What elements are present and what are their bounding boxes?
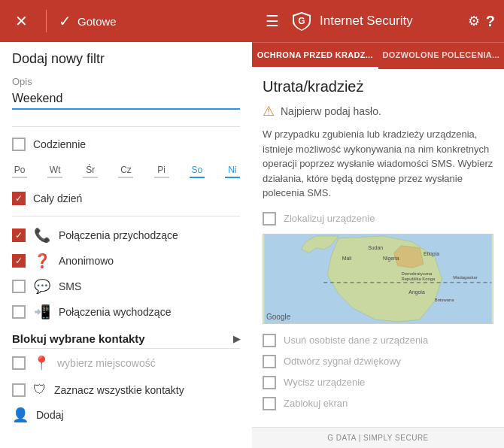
days-row: Po Wt Śr Cz Pi So bbox=[12, 159, 240, 184]
codziennie-row: Codziennie bbox=[12, 133, 240, 156]
option-wycisz: Wycisz urządzenie bbox=[263, 372, 493, 393]
anonimowo-checkbox[interactable] bbox=[12, 254, 26, 268]
odtworz-checkbox[interactable] bbox=[263, 355, 276, 368]
sms-icon: 💬 bbox=[33, 278, 51, 295]
footer-bar: G DATA | SIMPLY SECURE bbox=[252, 427, 504, 448]
check-button[interactable]: ✓ bbox=[59, 12, 71, 30]
opis-input[interactable] bbox=[12, 90, 240, 110]
codziennie-checkbox[interactable] bbox=[12, 138, 26, 151]
codziennie-label: Codziennie bbox=[33, 138, 86, 150]
zaznacz-checkbox[interactable] bbox=[12, 383, 26, 397]
day-line-sr bbox=[83, 177, 98, 178]
svg-text:Mali: Mali bbox=[342, 256, 352, 261]
dodaj-label[interactable]: Dodaj bbox=[36, 409, 64, 421]
description-text: W przypadku zgubienia lub kradzieży urzą… bbox=[263, 127, 493, 201]
zaznacz-label: Zaznacz wszystkie kontakty bbox=[54, 384, 184, 396]
day-label-wt: Wt bbox=[50, 165, 61, 175]
svg-text:Nigeria: Nigeria bbox=[383, 256, 399, 262]
day-label-po: Po bbox=[14, 165, 26, 175]
svg-text:Angola: Angola bbox=[408, 289, 425, 295]
zlokalizuj-checkbox[interactable] bbox=[263, 212, 276, 226]
svg-text:G: G bbox=[298, 16, 305, 26]
left-header: ✕ ✓ Gotowe bbox=[0, 0, 252, 42]
header-icons: ⚙ ? bbox=[468, 13, 495, 30]
svg-text:Etiopia: Etiopia bbox=[424, 250, 439, 256]
triangle-icon: ▶ bbox=[233, 334, 240, 344]
blokuj-section: Blokuj wybrane kontakty ▶ bbox=[12, 325, 240, 349]
blokuj-label: Blokuj wybrane kontakty bbox=[12, 332, 145, 345]
day-pi[interactable]: Pi bbox=[154, 165, 169, 178]
option-odtworz: Odtwórz sygnał dźwiękowy bbox=[263, 351, 493, 372]
svg-text:Sudan: Sudan bbox=[368, 244, 383, 250]
day-line-cz bbox=[118, 177, 133, 178]
polaczenia-wychodzace-label: Połączenia wychodzące bbox=[59, 306, 171, 318]
help-icon[interactable]: ? bbox=[486, 13, 495, 30]
polaczenia-przychodzace-checkbox[interactable] bbox=[12, 229, 26, 242]
svg-text:Botswana: Botswana bbox=[435, 297, 455, 301]
day-wt[interactable]: Wt bbox=[47, 165, 62, 178]
right-header: ☰ G Internet Security ⚙ ? bbox=[252, 0, 504, 42]
option-zlokalizuj: Zlokalizuj urządzenie bbox=[263, 208, 493, 229]
tab-ochrona[interactable]: OCHRONA PRZED KRADZ... bbox=[252, 43, 378, 69]
wybierz-miejscowosc-row[interactable]: 📍 wybierz miejscowość bbox=[12, 349, 240, 377]
phone-incoming-icon: 📞 bbox=[33, 227, 51, 244]
day-line-ni bbox=[225, 177, 240, 178]
day-sr[interactable]: Śr bbox=[83, 165, 98, 178]
hamburger-icon[interactable]: ☰ bbox=[261, 9, 284, 33]
wycisz-checkbox[interactable] bbox=[263, 376, 276, 389]
day-label-so: So bbox=[191, 165, 202, 175]
caly-dzien-row: Cały dzień bbox=[12, 187, 240, 210]
polaczenia-wychodzace-row: 📲 Połączenia wychodzące bbox=[12, 299, 240, 325]
shield-contact-icon: 🛡 bbox=[33, 382, 47, 398]
anonimowo-row: ❓ Anonimowo bbox=[12, 248, 240, 274]
separator-1 bbox=[12, 126, 240, 127]
day-so[interactable]: So bbox=[190, 165, 205, 178]
option-usun: Usuń osobiste dane z urządzenia bbox=[263, 330, 493, 351]
header-divider bbox=[46, 10, 47, 32]
equalizer-icon[interactable]: ⚙ bbox=[468, 13, 480, 29]
zaznacz-row: 🛡 Zaznacz wszystkie kontakty bbox=[12, 377, 240, 402]
day-ni[interactable]: Ni bbox=[225, 165, 240, 178]
right-content: Utrata/kradzież ⚠ Najpierw podaj hasło. … bbox=[252, 69, 504, 427]
day-cz[interactable]: Cz bbox=[118, 165, 133, 178]
tab-dozwolone[interactable]: DOZWOLONE POLECENIA... bbox=[378, 43, 505, 69]
map-container: Sudan Demokratyczna Republika Konga Mali… bbox=[263, 234, 493, 324]
option-zablokuj: Zablokuj ekran bbox=[263, 393, 493, 414]
left-panel: ✕ ✓ Gotowe Dodaj nowy filtr Opis Codzien… bbox=[0, 0, 252, 448]
miejscowosc-checkbox[interactable] bbox=[12, 356, 26, 370]
day-po[interactable]: Po bbox=[12, 165, 27, 178]
day-label-cz: Cz bbox=[120, 165, 132, 175]
left-content: Dodaj nowy filtr Opis Codziennie Po Wt Ś… bbox=[0, 42, 252, 448]
sms-label: SMS bbox=[59, 280, 81, 292]
zablokuj-label: Zablokuj ekran bbox=[284, 398, 348, 409]
polaczenia-wychodzace-checkbox[interactable] bbox=[12, 305, 26, 319]
day-line-wt bbox=[47, 177, 62, 178]
day-line-pi bbox=[154, 177, 169, 178]
warning-row: ⚠ Najpierw podaj hasło. bbox=[263, 103, 493, 120]
phone-outgoing-icon: 📲 bbox=[33, 304, 51, 320]
tabs-bar: OCHRONA PRZED KRADZ... DOZWOLONE POLECEN… bbox=[252, 42, 504, 69]
svg-text:Republika Konga: Republika Konga bbox=[401, 276, 436, 280]
usun-label: Usuń osobiste dane z urządzenia bbox=[284, 334, 428, 346]
opis-label: Opis bbox=[12, 76, 240, 87]
warning-icon: ⚠ bbox=[263, 103, 275, 120]
right-panel: ☰ G Internet Security ⚙ ? OCHRONA PRZED … bbox=[252, 0, 504, 448]
anonimowo-label: Anonimowo bbox=[59, 255, 114, 267]
zablokuj-checkbox[interactable] bbox=[263, 397, 276, 410]
day-label-sr: Śr bbox=[86, 165, 95, 175]
sms-checkbox[interactable] bbox=[12, 280, 26, 293]
close-button[interactable]: ✕ bbox=[9, 9, 34, 33]
day-label-ni: Ni bbox=[228, 165, 236, 175]
shield-logo: G bbox=[290, 9, 314, 33]
usun-checkbox[interactable] bbox=[263, 334, 276, 347]
polaczenia-przychodzace-label: Połączenia przychodzące bbox=[59, 229, 178, 241]
svg-text:Madagaskar: Madagaskar bbox=[453, 275, 477, 280]
wycisz-label: Wycisz urządzenie bbox=[284, 377, 365, 388]
caly-dzien-checkbox[interactable] bbox=[12, 192, 26, 205]
section-heading: Utrata/kradzież bbox=[263, 78, 493, 95]
done-label: Gotowe bbox=[77, 15, 117, 28]
app-title: Internet Security bbox=[320, 14, 462, 29]
odtworz-label: Odtwórz sygnał dźwiękowy bbox=[284, 356, 401, 367]
svg-text:Demokratyczna: Demokratyczna bbox=[401, 271, 433, 276]
miejscowosc-label: wybierz miejscowość bbox=[57, 357, 156, 369]
